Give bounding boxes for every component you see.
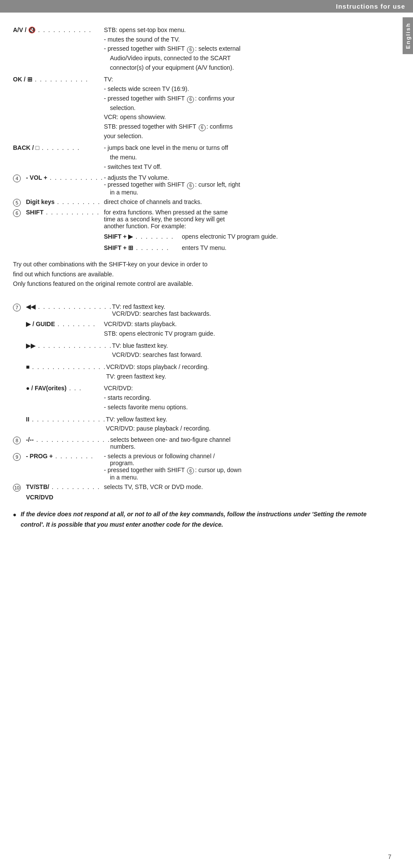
shift-menu-value: enters TV menu. <box>182 243 381 253</box>
header-bar: Instructions for use <box>0 0 413 13</box>
entry-key-back: BACK / □ . . . . . . . . <box>13 143 104 172</box>
entry-rec-fav: ● / FAV(orites) . . . VCR/DVD: - starts … <box>26 384 381 412</box>
num-tv: 10 <box>13 483 26 491</box>
entry-ff: ▶▶ . . . . . . . . . . . . . . . TV: blu… <box>26 341 381 360</box>
entry-av: A/V / 🔇 . . . . . . . . . . . STB: opens… <box>13 26 381 72</box>
shift-play-value: opens electronic TV program guide. <box>182 232 381 242</box>
entry-ok: OK / ⊞ . . . . . . . . . . . TV: - selec… <box>13 75 381 141</box>
entry-value-rewind: TV: red fasttext key. VCR/DVD: searches … <box>112 303 381 317</box>
entry-key-stop: ■ . . . . . . . . . . . . . . . <box>26 363 106 381</box>
entry-value-rec: VCR/DVD: - starts recording. - selects f… <box>104 384 381 412</box>
page-number: 7 <box>388 853 391 860</box>
entry-key-ok: OK / ⊞ . . . . . . . . . . . <box>13 75 104 141</box>
num-digit: 5 <box>13 198 26 206</box>
entry-key-av: A/V / 🔇 . . . . . . . . . . . <box>13 26 104 72</box>
num-rewind: 7 <box>13 303 26 311</box>
entry-key-vol: - VOL + . . . . . . . . . . . <box>26 174 104 196</box>
entry-vol: 4 - VOL + . . . . . . . . . . . - adjust… <box>13 174 381 196</box>
entry-value-play: VCR/DVD: starts playback. STB: opens ele… <box>104 320 381 338</box>
entry-back: BACK / □ . . . . . . . . - jumps back on… <box>13 143 381 172</box>
shift-menu-entry: SHIFT + ⊞ . . . . . . . enters TV menu. <box>104 243 381 253</box>
entry-value-tv: selects TV, STB, VCR or DVD mode. <box>104 483 381 490</box>
num-vol: 4 <box>13 174 26 182</box>
entry-key-ch: -/-- . . . . . . . . . . . . . . . <box>26 436 110 450</box>
entry-value-shift: for extra functions. When pressed at the… <box>104 209 381 230</box>
entry-key-tv: TV/STB/ . . . . . . . . . . <box>26 483 104 490</box>
entry-value-pause: TV: yellow fasttext key. VCR/DVD: pause … <box>106 415 381 434</box>
entry-value-vol: - adjusts the TV volume. - pressed toget… <box>104 174 381 196</box>
entry-value-av: STB: opens set-top box menu. - mutes the… <box>104 26 381 72</box>
num-shift: 6 <box>13 209 26 217</box>
num-prog: 9 <box>13 453 26 460</box>
side-tab: English <box>403 17 413 54</box>
entry-value-digit: direct choice of channels and tracks. <box>104 198 381 205</box>
entry-shift: 6 SHIFT . . . . . . . . . . . for extra … <box>13 209 381 230</box>
entry-value-back: - jumps back one level in the menu or tu… <box>104 143 381 172</box>
entry-digit: 5 Digit keys . . . . . . . . . direct ch… <box>13 198 381 206</box>
vcr-dvd-label: VCR/DVD <box>26 494 381 501</box>
entry-key-shift: SHIFT . . . . . . . . . . . <box>26 209 104 230</box>
note-text: If the device does not respond at all, o… <box>21 509 381 529</box>
entry-stop: ■ . . . . . . . . . . . . . . . VCR/DVD:… <box>26 363 381 381</box>
main-content: A/V / 🔇 . . . . . . . . . . . STB: opens… <box>0 13 403 543</box>
entry-tv-stb: 10 TV/STB/ . . . . . . . . . . selects T… <box>13 483 381 491</box>
entry-key-digit: Digit keys . . . . . . . . . <box>26 198 104 205</box>
entry-key-pause: II . . . . . . . . . . . . . . . <box>26 415 106 434</box>
note-bullet: • <box>13 509 16 521</box>
entry-key-play: ▶ / GUIDE . . . . . . . . <box>26 320 104 338</box>
entry-key-prog: - PROG + . . . . . . . . <box>26 453 104 481</box>
shift-sub-entries: SHIFT + ▶ . . . . . . . . opens electron… <box>104 232 381 253</box>
num-ch: 8 <box>13 436 26 444</box>
paragraph-block: Try out other combinations with the SHIF… <box>13 259 381 288</box>
entry-value-ok: TV: - selects wide screen TV (16:9). - p… <box>104 75 381 141</box>
shift-play-key: SHIFT + ▶ . . . . . . . . <box>104 232 182 242</box>
entry-value-ch: selects between one- and two-figure chan… <box>110 436 381 450</box>
entry-value-stop: VCR/DVD: stops playback / recording. TV:… <box>106 363 381 381</box>
entry-ch-figure: 8 -/-- . . . . . . . . . . . . . . . sel… <box>13 436 381 450</box>
entry-value-prog: - selects a previous or following channe… <box>104 453 381 481</box>
shift-menu-key: SHIFT + ⊞ . . . . . . . <box>104 243 182 253</box>
entry-key-rewind: ◀◀ . . . . . . . . . . . . . . . <box>26 303 112 317</box>
note-block: • If the device does not respond at all,… <box>13 509 381 529</box>
entry-rewind: 7 ◀◀ . . . . . . . . . . . . . . . TV: r… <box>13 303 381 317</box>
entry-prog: 9 - PROG + . . . . . . . . - selects a p… <box>13 453 381 481</box>
entry-play-guide: ▶ / GUIDE . . . . . . . . VCR/DVD: start… <box>26 320 381 338</box>
shift-play-entry: SHIFT + ▶ . . . . . . . . opens electron… <box>104 232 381 242</box>
entry-key-rec: ● / FAV(orites) . . . <box>26 384 104 412</box>
entry-pause: II . . . . . . . . . . . . . . . TV: yel… <box>26 415 381 434</box>
header-title: Instructions for use <box>336 3 405 10</box>
entry-key-ff: ▶▶ . . . . . . . . . . . . . . . <box>26 341 112 360</box>
entry-value-ff: TV: blue fasttext key. VCR/DVD: searches… <box>112 341 381 360</box>
